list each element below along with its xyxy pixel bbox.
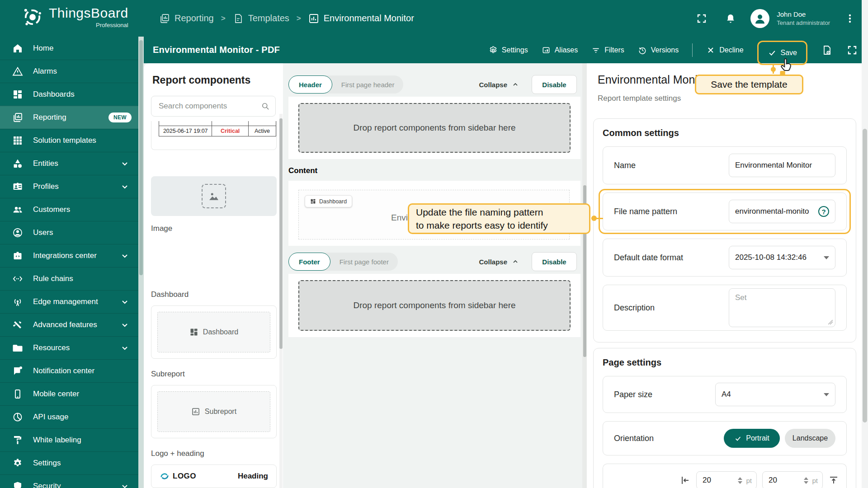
resize-handle-icon[interactable] bbox=[828, 320, 833, 324]
sidebar-item-users[interactable]: Users bbox=[0, 221, 138, 244]
paper-size-label: Paper size bbox=[614, 390, 652, 399]
user-avatar[interactable] bbox=[750, 9, 769, 28]
sidebar-item-label: Rule chains bbox=[33, 274, 73, 283]
dashboard-chip[interactable]: Dashboard bbox=[305, 195, 352, 207]
sidebar-item-settings[interactable]: Settings bbox=[0, 451, 138, 474]
tab-first-page-footer[interactable]: First page footer bbox=[330, 258, 398, 266]
stepper-arrows-icon[interactable] bbox=[804, 477, 808, 484]
sidebar-item-reporting[interactable]: Reporting NEW bbox=[0, 106, 138, 129]
notifications-button[interactable] bbox=[722, 9, 740, 28]
sidebar-item-security[interactable]: Security bbox=[0, 474, 138, 488]
sidebar-scrollbar[interactable] bbox=[138, 37, 144, 488]
edge-antenna-icon bbox=[12, 296, 23, 307]
header-collapse-button[interactable]: Collapse bbox=[479, 81, 519, 89]
sidebar-item-label: Users bbox=[33, 228, 53, 237]
image-component[interactable] bbox=[151, 176, 277, 216]
footer-drop-zone[interactable]: Drop report components from sidebar here bbox=[298, 280, 571, 331]
sidebar-item-solution-templates[interactable]: Solution templates bbox=[0, 129, 138, 152]
sidebar-item-dashboards[interactable]: Dashboards bbox=[0, 83, 138, 106]
sidebar-item-entities[interactable]: Entities bbox=[0, 152, 138, 175]
breadcrumb-templates[interactable]: Templates bbox=[233, 13, 289, 24]
logo-heading-component[interactable]: LOGO Heading bbox=[151, 465, 277, 488]
new-badge: NEW bbox=[108, 113, 132, 122]
filters-button[interactable]: Filters bbox=[591, 46, 624, 55]
tab-footer[interactable]: Footer bbox=[288, 253, 330, 271]
sidebar-item-label: Entities bbox=[33, 159, 58, 168]
alarms-table-component[interactable]: 2025-06-17 19:07 Critical Active bbox=[151, 121, 277, 150]
sidebar-item-label: Alarms bbox=[33, 67, 57, 76]
sidebar-item-customers[interactable]: Customers bbox=[0, 198, 138, 221]
decline-button[interactable]: Decline bbox=[706, 46, 743, 55]
settings-button[interactable]: Settings bbox=[489, 46, 528, 55]
canvas-scrollbar[interactable] bbox=[582, 63, 587, 488]
orientation-toggle-group: Portrait Landscape bbox=[724, 429, 835, 448]
footer-collapse-button[interactable]: Collapse bbox=[479, 258, 519, 266]
expand-editor-button[interactable] bbox=[846, 41, 858, 59]
sidebar-item-profiles[interactable]: Profiles bbox=[0, 175, 138, 198]
sidebar-item-notification-center[interactable]: Notification center bbox=[0, 359, 138, 382]
subreport-component[interactable]: Subreport bbox=[151, 385, 277, 438]
breadcrumb-reporting[interactable]: Reporting bbox=[159, 13, 214, 24]
stepper-arrows-icon[interactable] bbox=[738, 477, 742, 484]
sidebar-item-resources[interactable]: Resources bbox=[0, 336, 138, 359]
orientation-row: Orientation Portrait Landscape bbox=[603, 421, 847, 455]
versions-button[interactable]: Versions bbox=[638, 46, 679, 55]
components-search[interactable] bbox=[151, 96, 276, 117]
margin-right-stepper[interactable]: 20 pt bbox=[762, 471, 823, 488]
footer-disable-button[interactable]: Disable bbox=[532, 252, 577, 271]
sidebar-item-white-labeling[interactable]: White labeling bbox=[0, 428, 138, 451]
components-scrollbar-thumb[interactable] bbox=[279, 118, 283, 349]
breadcrumb-separator: > bbox=[297, 14, 301, 23]
date-format-select[interactable]: 2025-10-08 14:32:46 bbox=[729, 246, 835, 269]
margin-top-icon bbox=[828, 475, 839, 486]
generate-report-button[interactable] bbox=[821, 41, 833, 59]
header-drop-zone[interactable]: Drop report components from sidebar here bbox=[298, 103, 571, 153]
tab-header[interactable]: Header bbox=[288, 75, 332, 94]
help-icon[interactable]: ? bbox=[818, 206, 829, 217]
header-disable-button[interactable]: Disable bbox=[532, 75, 577, 94]
sidebar-item-integrations-center[interactable]: Integrations center bbox=[0, 244, 138, 267]
paper-size-row: Paper size A4 bbox=[603, 376, 847, 413]
portrait-toggle[interactable]: Portrait bbox=[724, 429, 780, 448]
components-scrollbar[interactable] bbox=[279, 114, 283, 488]
sidebar-item-alarms[interactable]: Alarms bbox=[0, 60, 138, 83]
description-field[interactable]: Set bbox=[729, 288, 835, 327]
dashboard-component[interactable]: Dashboard bbox=[151, 305, 277, 359]
paint-icon bbox=[12, 435, 23, 446]
save-button[interactable]: Save bbox=[768, 48, 797, 57]
search-input[interactable] bbox=[159, 102, 261, 111]
breadcrumb-current[interactable]: Environmental Monitor bbox=[308, 13, 414, 24]
sidebar-scrollbar-thumb[interactable] bbox=[139, 40, 143, 275]
dashboard-chip-label: Dashboard bbox=[319, 198, 347, 205]
home-icon bbox=[12, 43, 23, 54]
alarm-severity-cell: Critical bbox=[212, 126, 248, 136]
name-field[interactable]: Environmental Monitor bbox=[729, 154, 835, 177]
file-name-pattern-field[interactable]: environmental-monito ? bbox=[729, 200, 835, 223]
top-bar: ThingsBoard Professional Reporting > Tem… bbox=[0, 0, 868, 37]
tab-first-page-header[interactable]: First page header bbox=[332, 81, 404, 89]
topbar-right-cluster: John Doe Tenant administrator bbox=[693, 0, 859, 37]
sidebar-item-api-usage[interactable]: API usage bbox=[0, 405, 138, 428]
fullscreen-button[interactable] bbox=[693, 9, 711, 28]
window-scrollbar[interactable] bbox=[862, 0, 868, 488]
aliases-button[interactable]: Aliases bbox=[542, 46, 578, 55]
thingsboard-logo[interactable]: ThingsBoard Professional bbox=[21, 5, 128, 29]
landscape-toggle[interactable]: Landscape bbox=[785, 429, 835, 448]
paper-size-select[interactable]: A4 bbox=[715, 383, 835, 406]
more-menu-button[interactable] bbox=[841, 9, 859, 28]
sidebar-item-advanced-features[interactable]: Advanced features bbox=[0, 313, 138, 336]
chevron-down-icon bbox=[120, 297, 129, 306]
margin-top-stepper[interactable]: 20 pt bbox=[696, 471, 757, 488]
api-usage-icon bbox=[12, 412, 23, 422]
window-scrollbar-thumb[interactable] bbox=[863, 129, 867, 422]
sidebar-item-rule-chains[interactable]: Rule chains bbox=[0, 267, 138, 290]
sidebar-item-mobile-center[interactable]: Mobile center bbox=[0, 382, 138, 405]
user-info[interactable]: John Doe Tenant administrator bbox=[777, 10, 830, 26]
chevron-down-icon bbox=[120, 482, 129, 488]
sidebar-item-label: API usage bbox=[33, 413, 68, 422]
date-format-label: Default date format bbox=[614, 253, 683, 263]
margin-value: 20 bbox=[769, 476, 804, 485]
sidebar-item-edge-management[interactable]: Edge management bbox=[0, 290, 138, 313]
user-role: Tenant administrator bbox=[777, 19, 830, 26]
sidebar-item-home[interactable]: Home bbox=[0, 37, 138, 60]
